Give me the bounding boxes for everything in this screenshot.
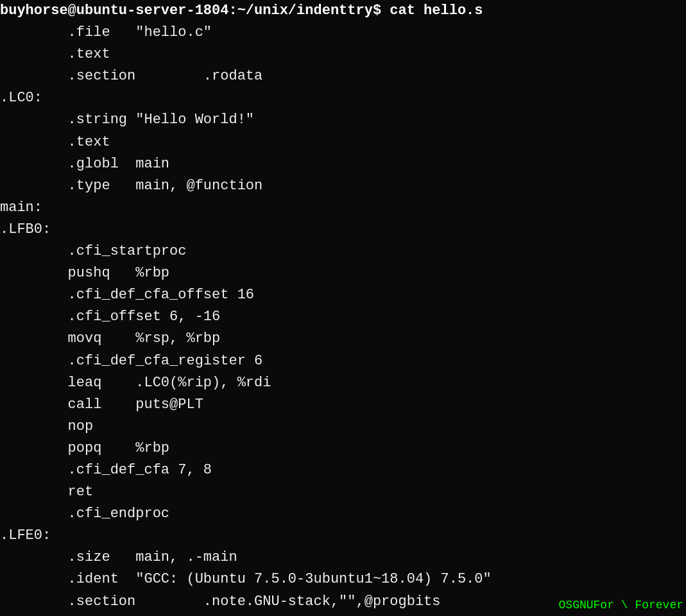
code-line: popq %rbp (0, 438, 686, 459)
code-line: main: (0, 197, 686, 219)
code-line: .text (0, 132, 686, 153)
code-line: .section .rodata (0, 65, 686, 87)
code-line: pushq %rbp (0, 262, 686, 284)
code-line: .LFB0: (0, 219, 686, 241)
terminal-window: buyhorse@ubuntu-server-1804:~/unix/inden… (0, 0, 686, 616)
prompt-line: buyhorse@ubuntu-server-1804:~/unix/inden… (0, 0, 686, 22)
code-line: .cfi_offset 6, -16 (0, 306, 686, 328)
code-line: .globl main (0, 153, 686, 175)
code-line: leaq .LC0(%rip), %rdi (0, 372, 686, 394)
code-line: .cfi_def_cfa_offset 16 (0, 284, 686, 306)
code-output: .file "hello.c" .text .section .rodata.L… (0, 22, 686, 613)
code-line: .size main, .-main (0, 547, 686, 569)
code-line: .cfi_startproc (0, 241, 686, 262)
code-line: .text (0, 44, 686, 65)
code-line: .type main, @function (0, 175, 686, 197)
code-line: ret (0, 481, 686, 503)
code-line: .string "Hello World!" (0, 109, 686, 131)
code-line: .cfi_def_cfa 7, 8 (0, 459, 686, 481)
code-line: .LC0: (0, 87, 686, 109)
code-line: movq %rsp, %rbp (0, 328, 686, 350)
code-line: .LFE0: (0, 525, 686, 547)
code-line: call puts@PLT (0, 394, 686, 416)
bottom-bar: OSGNUFor \ Forever (556, 595, 686, 616)
code-line: .cfi_endproc (0, 503, 686, 525)
code-line: .ident "GCC: (Ubuntu 7.5.0-3ubuntu1~18.0… (0, 569, 686, 590)
code-line: .cfi_def_cfa_register 6 (0, 350, 686, 372)
code-line: .file "hello.c" (0, 22, 686, 44)
code-line: nop (0, 416, 686, 438)
